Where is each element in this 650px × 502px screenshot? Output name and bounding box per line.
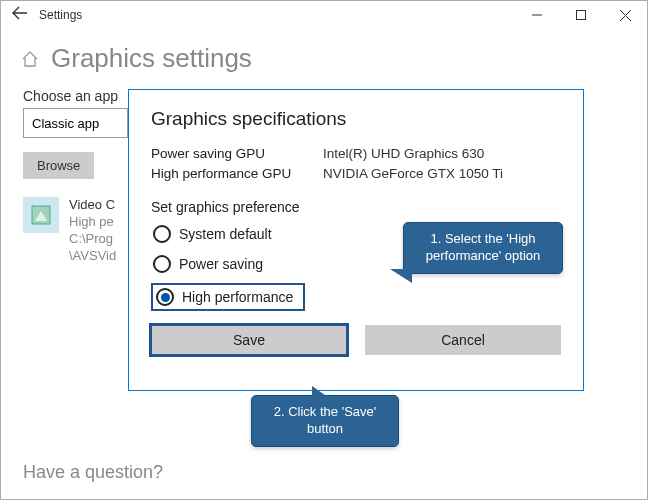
page-title: Graphics settings — [51, 43, 252, 74]
svg-rect-1 — [577, 11, 586, 20]
close-button[interactable] — [603, 1, 647, 29]
save-button[interactable]: Save — [151, 325, 347, 355]
minimize-button[interactable] — [515, 1, 559, 29]
annotation-text: 2. Click the 'Save' button — [274, 404, 377, 436]
annotation-text: 1. Select the 'High performance' option — [426, 231, 541, 263]
window-controls — [515, 1, 647, 29]
cancel-button[interactable]: Cancel — [365, 325, 561, 355]
browse-button[interactable]: Browse — [23, 152, 94, 179]
page-heading: Graphics settings — [1, 29, 647, 88]
radio-label: System default — [179, 226, 272, 242]
radio-system-default[interactable]: System default — [151, 223, 278, 245]
gpu-value: NVIDIA GeForce GTX 1050 Ti — [323, 164, 503, 184]
radio-label: Power saving — [179, 256, 263, 272]
radio-icon — [153, 225, 171, 243]
home-icon[interactable] — [21, 50, 39, 68]
preference-label: Set graphics preference — [151, 199, 561, 215]
radio-power-saving[interactable]: Power saving — [151, 253, 269, 275]
app-details: Video C High pe C:\Prog \AVSVid — [69, 197, 116, 265]
app-line2: High pe — [69, 214, 116, 231]
app-icon — [23, 197, 59, 233]
annotation-step-1: 1. Select the 'High performance' option — [403, 222, 563, 274]
radio-icon — [153, 255, 171, 273]
app-name: Video C — [69, 197, 116, 214]
callout-tail-icon — [390, 269, 412, 283]
dialog-title: Graphics specifications — [151, 108, 561, 130]
titlebar: Settings — [1, 1, 647, 29]
annotation-step-2: 2. Click the 'Save' button — [251, 395, 399, 447]
window-title: Settings — [39, 8, 82, 22]
radio-icon — [156, 288, 174, 306]
footer-question: Have a question? — [23, 462, 163, 483]
dropdown-value: Classic app — [32, 116, 99, 131]
gpu-value: Intel(R) UHD Graphics 630 — [323, 144, 484, 164]
app-line3: C:\Prog — [69, 231, 116, 248]
dialog-buttons: Save Cancel — [151, 325, 561, 355]
gpu-label: Power saving GPU — [151, 144, 323, 164]
radio-high-performance[interactable]: High performance — [151, 283, 305, 311]
callout-tail-icon — [312, 386, 332, 400]
back-button[interactable] — [1, 6, 39, 24]
maximize-button[interactable] — [559, 1, 603, 29]
app-line4: \AVSVid — [69, 248, 116, 265]
gpu-row-high-performance: High performance GPU NVIDIA GeForce GTX … — [151, 164, 561, 184]
app-type-dropdown[interactable]: Classic app — [23, 108, 128, 138]
gpu-label: High performance GPU — [151, 164, 323, 184]
settings-window: Settings Graphics settings Choose an app… — [0, 0, 648, 500]
gpu-row-power-saving: Power saving GPU Intel(R) UHD Graphics 6… — [151, 144, 561, 164]
radio-label: High performance — [182, 289, 293, 305]
